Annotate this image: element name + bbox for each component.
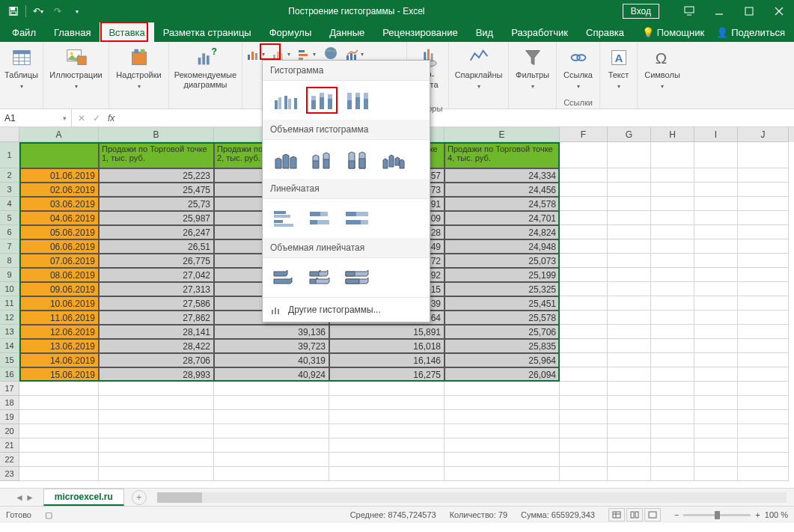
cell[interactable] (99, 453, 214, 467)
tab-insert[interactable]: Вставка (100, 22, 153, 42)
cell[interactable]: 24,334 (445, 168, 560, 183)
cell[interactable] (651, 168, 694, 183)
cell[interactable] (651, 197, 694, 211)
cell[interactable] (445, 438, 560, 453)
cell[interactable] (694, 339, 738, 353)
cell[interactable] (19, 382, 99, 396)
cell[interactable] (560, 239, 608, 254)
cell[interactable] (651, 296, 694, 311)
cell[interactable]: Продажи по Торговой точке 4, тыс. руб. (445, 142, 560, 168)
cell[interactable]: 16,275 (329, 367, 445, 382)
chart-3d-100stacked-column[interactable] (342, 146, 373, 173)
tab-developer[interactable]: Разработчик (502, 22, 577, 42)
cell[interactable] (738, 296, 789, 311)
cell[interactable]: 27,042 (99, 268, 214, 282)
sheet-nav-next-icon[interactable]: ► (25, 492, 34, 503)
cell[interactable]: 25,199 (445, 268, 560, 282)
select-all-corner[interactable] (0, 127, 19, 142)
col-header[interactable]: I (694, 127, 738, 142)
cell[interactable] (560, 168, 608, 183)
cell[interactable] (99, 382, 214, 396)
fx-icon[interactable]: fx (105, 113, 117, 123)
cell[interactable]: 02.06.2019 (19, 183, 99, 197)
tables-button[interactable]: Таблицы▾ (1, 45, 41, 93)
cell[interactable]: 27,313 (99, 282, 214, 296)
cell[interactable] (214, 453, 329, 467)
cell[interactable] (608, 197, 651, 211)
cell[interactable] (738, 211, 789, 225)
cell[interactable]: 14.06.2019 (19, 353, 99, 367)
zoom-in-icon[interactable]: + (755, 510, 760, 519)
cell[interactable] (738, 339, 789, 353)
cell[interactable]: 26,775 (99, 254, 214, 268)
cell[interactable] (694, 396, 738, 410)
cell[interactable] (738, 197, 789, 211)
cell[interactable] (738, 311, 789, 325)
cell[interactable]: 03.06.2019 (19, 197, 99, 211)
cell[interactable] (694, 382, 738, 396)
cell[interactable]: 08.06.2019 (19, 268, 99, 282)
cell[interactable] (608, 453, 651, 467)
cell[interactable]: 15.06.2019 (19, 367, 99, 382)
cell[interactable]: 11.06.2019 (19, 311, 99, 325)
col-header[interactable]: E (445, 127, 560, 142)
row-header[interactable]: 4 (0, 197, 19, 211)
cell[interactable] (560, 339, 608, 353)
cell[interactable]: 24,824 (445, 225, 560, 239)
cell[interactable] (738, 438, 789, 453)
row-header[interactable]: 12 (0, 311, 19, 325)
cell[interactable] (694, 311, 738, 325)
cell[interactable]: Продажи по Торговой точке 1, тыс. руб. (99, 142, 214, 168)
cell[interactable] (19, 142, 99, 168)
cell[interactable] (651, 311, 694, 325)
cell[interactable] (19, 453, 99, 467)
qat-custom-icon[interactable]: ▾ (68, 2, 86, 20)
cell[interactable] (738, 424, 789, 438)
view-pagelayout-icon[interactable] (626, 508, 643, 522)
cell[interactable] (738, 325, 789, 339)
link-button[interactable]: Ссылка▾ (561, 45, 596, 93)
cell[interactable] (608, 396, 651, 410)
cell[interactable] (608, 239, 651, 254)
cell[interactable] (560, 438, 608, 453)
cell[interactable]: 25,987 (99, 211, 214, 225)
sparklines-button[interactable]: Спарклайны▾ (452, 45, 506, 93)
illustrations-button[interactable]: Иллюстрации▾ (46, 45, 105, 93)
cell[interactable] (214, 382, 329, 396)
cell[interactable] (694, 353, 738, 367)
cell[interactable]: 09.06.2019 (19, 282, 99, 296)
cell[interactable] (560, 225, 608, 239)
cell[interactable]: 39,136 (214, 325, 329, 339)
cell[interactable] (445, 410, 560, 424)
cell[interactable] (738, 254, 789, 268)
row-header[interactable]: 8 (0, 254, 19, 268)
cell[interactable]: 25,451 (445, 296, 560, 311)
zoom-level[interactable]: 100 % (765, 510, 788, 519)
view-normal-icon[interactable] (608, 508, 625, 522)
zoom-out-icon[interactable]: − (674, 510, 679, 519)
row-header[interactable]: 5 (0, 211, 19, 225)
chart-3d-clustered-column[interactable] (270, 146, 302, 173)
cell[interactable] (608, 367, 651, 382)
row-header[interactable]: 22 (0, 453, 19, 467)
row-header[interactable]: 23 (0, 467, 19, 481)
cell[interactable] (694, 438, 738, 453)
cell[interactable]: 27,862 (99, 311, 214, 325)
formula-input[interactable] (120, 109, 794, 126)
horizontal-scrollbar[interactable] (157, 492, 787, 503)
cell[interactable]: 05.06.2019 (19, 225, 99, 239)
symbols-button[interactable]: Ω Символы▾ (641, 45, 683, 93)
cell[interactable] (738, 225, 789, 239)
redo-icon[interactable]: ↷ (49, 2, 67, 20)
row-header[interactable]: 10 (0, 282, 19, 296)
cell[interactable] (738, 282, 789, 296)
cell[interactable] (445, 453, 560, 467)
cell[interactable] (329, 438, 445, 453)
cell[interactable]: 25,706 (445, 325, 560, 339)
cell[interactable] (99, 410, 214, 424)
cell[interactable] (560, 183, 608, 197)
row-header[interactable]: 2 (0, 168, 19, 183)
row-header[interactable]: 19 (0, 410, 19, 424)
cell[interactable] (694, 254, 738, 268)
cell[interactable] (694, 282, 738, 296)
